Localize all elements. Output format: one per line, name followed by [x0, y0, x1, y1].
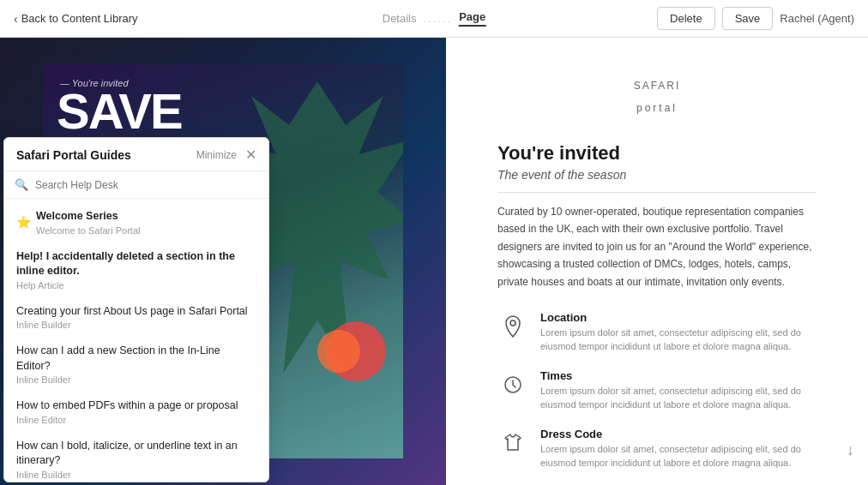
clock-icon: [497, 369, 528, 400]
help-item-embed-pdf[interactable]: How to embed PDFs within a page or propo…: [4, 392, 268, 432]
help-item-title-about-us: Creating your first About Us page in Saf…: [16, 304, 256, 320]
tab-details[interactable]: Details: [383, 12, 417, 25]
help-item-add-section[interactable]: How can I add a new Section in the In-Li…: [4, 337, 268, 392]
help-items-list: ⭐ Welcome Series Welcome to Safari Porta…: [4, 199, 268, 482]
invite-body: Curated by 10 owner-operated, boutique r…: [497, 203, 817, 290]
logo-text1: SAFARI: [634, 80, 681, 92]
logo-area: SAFARI portal: [497, 72, 817, 117]
invite-subtitle: The event of the season: [497, 168, 817, 193]
help-panel-title: Safari Portal Guides: [16, 148, 131, 162]
help-search-area: 🔍: [4, 171, 268, 199]
back-label: Back to Content Library: [21, 12, 138, 25]
feature-content-location: Location Lorem ipsum dolor sit amet, con…: [540, 311, 817, 354]
help-item-tag-deleted: Help Article: [16, 280, 256, 290]
tab-separator: ......: [424, 12, 453, 25]
tab-page[interactable]: Page: [459, 10, 485, 27]
delete-button[interactable]: Delete: [657, 7, 715, 30]
welcome-series-title: Welcome Series: [36, 209, 140, 225]
feature-item-dresscode: Dress Code Lorem ipsum dolor sit amet, c…: [497, 428, 817, 470]
help-item-about-us[interactable]: Creating your first About Us page in Saf…: [4, 297, 268, 338]
help-search-input[interactable]: [35, 179, 258, 191]
feature-desc-dresscode: Lorem ipsum dolor sit amet, consectetur …: [540, 442, 817, 470]
help-item-tag-bold-text: Inline Builder: [16, 470, 256, 480]
close-button[interactable]: ✕: [245, 148, 256, 162]
help-panel: Safari Portal Guides Minimize ✕ 🔍 ⭐ Welc…: [3, 137, 269, 482]
help-header-actions: Minimize ✕: [196, 148, 256, 162]
features-list: Location Lorem ipsum dolor sit amet, con…: [497, 311, 817, 470]
feature-title-dresscode: Dress Code: [540, 428, 817, 440]
back-link[interactable]: ‹ Back to Content Library: [14, 12, 138, 26]
logo-text2: portal: [636, 102, 678, 114]
header-actions: Delete Save Rachel (Agent): [657, 7, 854, 30]
safari-logo: SAFARI portal: [497, 72, 817, 117]
svg-point-0: [510, 320, 515, 326]
help-item-title-deleted: Help! I accidentally deleted a section i…: [16, 249, 256, 279]
minimize-button[interactable]: Minimize: [196, 149, 237, 161]
user-label: Rachel (Agent): [780, 12, 854, 25]
help-item-deleted-section[interactable]: Help! I accidentally deleted a section i…: [4, 242, 268, 297]
chevron-left-icon: ‹: [14, 12, 18, 26]
help-panel-header: Safari Portal Guides Minimize ✕: [4, 138, 268, 171]
app-header: ‹ Back to Content Library Details ......…: [0, 0, 868, 38]
feature-item-location: Location Lorem ipsum dolor sit amet, con…: [497, 311, 817, 354]
shirt-icon: [497, 428, 528, 458]
help-item-title-bold-text: How can I bold, italicize, or underline …: [16, 439, 256, 469]
feature-content-dresscode: Dress Code Lorem ipsum dolor sit amet, c…: [540, 428, 817, 470]
welcome-series-row: ⭐ Welcome Series Welcome to Safari Porta…: [16, 209, 256, 236]
feature-item-times: Times Lorem ipsum dolor sit amet, consec…: [497, 369, 817, 412]
scroll-indicator: ↓: [847, 441, 854, 459]
feature-title-times: Times: [540, 369, 817, 382]
help-item-welcome-series[interactable]: ⭐ Welcome Series Welcome to Safari Porta…: [4, 202, 268, 242]
content-panel: SAFARI portal You're invited The event o…: [446, 38, 868, 485]
help-item-title-add-section: How can I add a new Section in the In-Li…: [16, 344, 256, 374]
star-icon: ⭐: [16, 215, 31, 229]
help-item-tag-embed-pdf: Inline Editor: [16, 415, 256, 425]
welcome-series-subtitle: Welcome to Safari Portal: [36, 225, 140, 236]
help-item-tag-about-us: Inline Builder: [16, 320, 256, 330]
feature-desc-times: Lorem ipsum dolor sit amet, consectetur …: [540, 384, 817, 412]
feature-content-times: Times Lorem ipsum dolor sit amet, consec…: [540, 369, 817, 412]
location-icon: [497, 311, 528, 342]
help-item-tag-add-section: Inline Builder: [16, 374, 256, 385]
help-item-bold-text[interactable]: How can I bold, italicize, or underline …: [4, 432, 268, 482]
feature-title-location: Location: [540, 311, 817, 324]
invite-title: You're invited: [497, 142, 817, 165]
help-item-title-embed-pdf: How to embed PDFs within a page or propo…: [16, 398, 256, 414]
tab-nav: Details ...... Page: [383, 10, 486, 27]
search-icon: 🔍: [15, 178, 28, 191]
feature-desc-location: Lorem ipsum dolor sit amet, consectetur …: [540, 326, 817, 354]
save-button[interactable]: Save: [722, 7, 774, 30]
welcome-title-group: Welcome Series Welcome to Safari Portal: [36, 209, 140, 236]
